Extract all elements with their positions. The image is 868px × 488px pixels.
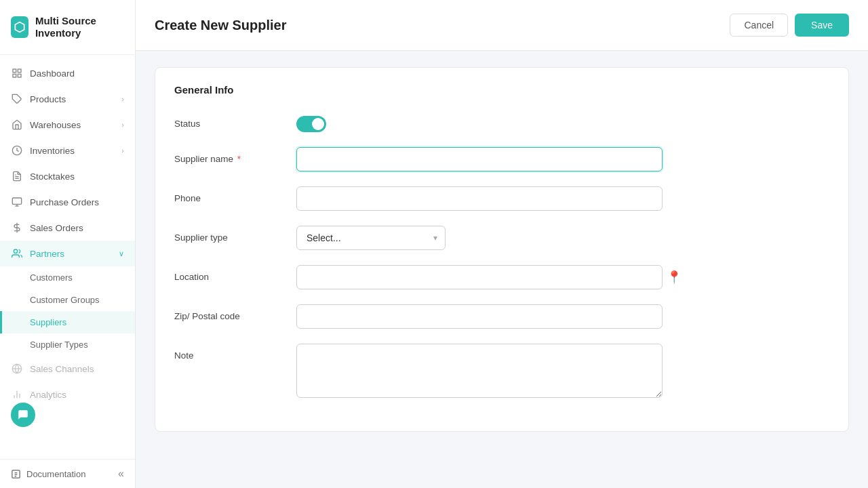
supplier-name-label: Supplier name *	[174, 147, 296, 164]
sidebar-item-customer-groups[interactable]: Customer Groups	[0, 289, 135, 311]
supplier-name-wrap	[296, 147, 663, 171]
supplier-type-row: Supplier type Select... Individual Compa…	[174, 226, 829, 250]
supplier-type-select[interactable]: Select... Individual Company Government	[296, 226, 446, 250]
sidebar-item-dashboard-label: Dashboard	[30, 68, 75, 79]
zip-wrap	[296, 304, 663, 329]
partners-submenu: Customers Customer Groups Suppliers Supp…	[0, 266, 135, 356]
sidebar-item-supplier-types[interactable]: Supplier Types	[0, 333, 135, 356]
documentation-label: Documentation	[26, 469, 85, 479]
sidebar-item-products-label: Products	[30, 94, 66, 104]
products-chevron: ›	[121, 95, 124, 103]
phone-input[interactable]	[296, 186, 663, 211]
svg-point-12	[14, 249, 17, 253]
documentation-icon	[11, 469, 21, 479]
section-title: General Info	[174, 84, 829, 96]
inventory-icon	[11, 144, 23, 157]
sidebar-nav: Dashboard Products › Warehouses ›	[0, 55, 135, 459]
supplier-name-row: Supplier name *	[174, 147, 829, 171]
zip-row: Zip/ Postal code	[174, 304, 829, 329]
svg-rect-0	[13, 69, 16, 73]
status-label: Status	[174, 112, 296, 129]
svg-rect-1	[18, 69, 21, 73]
logo-icon	[11, 16, 28, 38]
sidebar-item-sales-channels-label: Sales Channels	[30, 364, 94, 374]
tag-icon	[11, 93, 23, 105]
sidebar-item-purchase-orders-label: Purchase Orders	[30, 197, 99, 207]
stocktake-icon	[11, 170, 23, 182]
supplier-type-label: Supplier type	[174, 226, 296, 243]
sales-icon	[11, 222, 23, 234]
status-toggle[interactable]	[296, 116, 326, 132]
note-textarea[interactable]	[296, 344, 663, 398]
purchase-icon	[11, 196, 23, 208]
sidebar-item-stocktakes[interactable]: Stocktakes	[0, 163, 135, 189]
supplier-name-input[interactable]	[296, 147, 663, 171]
toggle-slider	[296, 116, 326, 132]
sidebar-item-products[interactable]: Products ›	[0, 86, 135, 112]
sidebar-item-stocktakes-label: Stocktakes	[30, 171, 75, 182]
phone-label: Phone	[174, 186, 296, 203]
partners-chevron: ∨	[119, 249, 124, 258]
sidebar-item-dashboard[interactable]: Dashboard	[0, 60, 135, 86]
main-area: Create New Supplier Cancel Save General …	[136, 0, 868, 488]
page-title: Create New Supplier	[155, 18, 287, 33]
header-actions: Cancel Save	[730, 14, 849, 37]
note-row: Note	[174, 344, 829, 400]
supplier-type-wrap: Select... Individual Company Government …	[296, 226, 663, 250]
status-row: Status	[174, 112, 829, 132]
form-card: General Info Status Supplier name *	[155, 67, 849, 432]
sidebar-item-sales-channels[interactable]: Sales Channels	[0, 356, 135, 382]
warehouses-chevron: ›	[121, 121, 124, 129]
phone-row: Phone	[174, 186, 829, 211]
page-header: Create New Supplier Cancel Save	[136, 0, 868, 51]
note-wrap	[296, 344, 663, 400]
sales-channels-icon	[11, 363, 23, 375]
documentation-link[interactable]: Documentation	[11, 469, 85, 479]
sidebar-item-inventories[interactable]: Inventories ›	[0, 138, 135, 163]
sidebar-item-partners[interactable]: Partners ∨	[0, 241, 135, 266]
chat-icon	[17, 409, 29, 421]
partners-icon	[11, 247, 23, 260]
sidebar-item-purchase-orders[interactable]: Purchase Orders	[0, 189, 135, 215]
phone-wrap	[296, 186, 663, 211]
svg-rect-2	[13, 74, 16, 77]
warehouse-icon	[11, 119, 23, 131]
required-indicator: *	[235, 154, 241, 164]
sidebar-item-warehouses[interactable]: Warehouses ›	[0, 112, 135, 138]
cancel-button[interactable]: Cancel	[730, 14, 788, 37]
main-content: General Info Status Supplier name *	[136, 51, 868, 488]
inventories-chevron: ›	[121, 146, 124, 155]
sidebar-item-customers[interactable]: Customers	[0, 266, 135, 289]
sidebar-item-sales-orders[interactable]: Sales Orders	[0, 215, 135, 241]
status-toggle-wrap	[296, 112, 663, 132]
zip-input[interactable]	[296, 304, 663, 329]
sidebar-item-suppliers[interactable]: Suppliers	[0, 311, 135, 333]
zip-label: Zip/ Postal code	[174, 304, 296, 321]
svg-rect-3	[18, 74, 21, 77]
supplier-type-select-wrapper: Select... Individual Company Government …	[296, 226, 446, 250]
analytics-icon	[11, 388, 23, 401]
app-logo: Multi Source Inventory	[0, 0, 135, 55]
sidebar-footer: Documentation «	[0, 459, 135, 488]
sidebar-item-analytics-label: Analytics	[30, 390, 66, 400]
sidebar-item-warehouses-label: Warehouses	[30, 120, 81, 130]
save-button[interactable]: Save	[795, 14, 849, 37]
chat-bubble-button[interactable]	[11, 403, 35, 427]
location-input[interactable]	[296, 265, 663, 289]
note-label: Note	[174, 344, 296, 361]
grid-icon	[11, 67, 23, 79]
collapse-sidebar-button[interactable]: «	[118, 468, 124, 480]
sidebar-item-inventories-label: Inventories	[30, 146, 75, 156]
location-row: Location 📍	[174, 265, 829, 289]
sidebar-item-partners-label: Partners	[30, 249, 64, 259]
location-pin-icon[interactable]: 📍	[667, 270, 682, 285]
location-label: Location	[174, 265, 296, 282]
location-wrap: 📍	[296, 265, 663, 289]
svg-rect-8	[12, 198, 21, 204]
sidebar-item-sales-orders-label: Sales Orders	[30, 223, 83, 233]
app-name: Multi Source Inventory	[35, 15, 124, 39]
